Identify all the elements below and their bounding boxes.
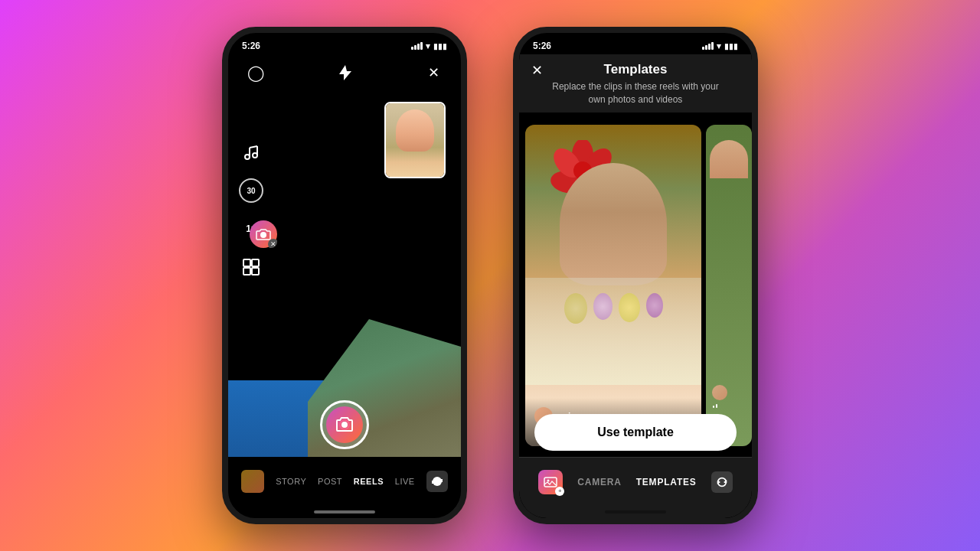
side-tools: 30 1× ✕ — [239, 140, 266, 321]
shutter-wrapper — [320, 400, 369, 449]
nav-live[interactable]: LIVE — [395, 477, 415, 486]
shutter-icon — [335, 416, 354, 434]
close-icon: ✕ — [428, 64, 439, 81]
home-indicator-2 — [605, 510, 666, 514]
reels-scroll: princess_peace princess_peace · Original… — [519, 125, 752, 446]
phone-2-screen: 5:26 ▾ ▮▮▮ ✕ Templates Replace the clips… — [519, 33, 752, 518]
effects-tool[interactable] — [239, 255, 263, 279]
grid-icon — [243, 259, 260, 276]
shutter-inner — [326, 406, 363, 443]
close-templates-button[interactable]: ✕ — [531, 62, 543, 79]
svg-rect-5 — [243, 259, 250, 266]
camera-icon — [256, 227, 271, 242]
gallery-close-badge: ✕ — [268, 239, 277, 248]
svg-line-4 — [250, 146, 257, 148]
timer-label: 30 — [247, 187, 255, 195]
music-tool[interactable] — [239, 140, 263, 165]
flip-icon-2 — [716, 476, 728, 488]
gallery-icon — [544, 475, 557, 489]
battery-icon-2: ▮▮▮ — [724, 42, 738, 51]
reel-card-main[interactable]: princess_peace princess_peace · Original… — [525, 125, 701, 446]
gallery-tool[interactable]: ✕ — [250, 220, 277, 248]
svg-rect-6 — [252, 259, 259, 266]
phone-1-screen: 5:26 ▾ ▮▮▮ ◯ — [228, 33, 461, 518]
phone-1: 5:26 ▾ ▮▮▮ ◯ — [222, 27, 467, 524]
flash-icon — [338, 64, 351, 82]
wifi-icon: ▾ — [426, 41, 430, 51]
time-1: 5:26 — [242, 41, 260, 51]
music-icon — [243, 145, 259, 160]
bottom-nav-1: STORY POST REELS LIVE — [228, 457, 461, 518]
camera-toolbar: ◯ ✕ — [228, 54, 461, 91]
svg-rect-21 — [713, 406, 714, 408]
nav-reels[interactable]: REELS — [354, 477, 384, 486]
svg-rect-23 — [544, 478, 557, 487]
use-template-button[interactable]: Use template — [534, 414, 737, 451]
side-audio-icon — [712, 403, 718, 409]
timer-tool[interactable]: 30 — [239, 178, 263, 203]
clothing — [525, 278, 701, 385]
reel-bg-side — [706, 125, 752, 446]
templates-subtitle: Replace the clips in these reels with yo… — [550, 80, 721, 106]
filter-icon: ◯ — [247, 64, 264, 82]
phone-2: 5:26 ▾ ▮▮▮ ✕ Templates Replace the clips… — [513, 27, 758, 524]
nav-avatar[interactable] — [241, 470, 264, 493]
signal-icon — [411, 42, 423, 50]
flip-camera-button[interactable] — [426, 471, 448, 492]
close-icon-2: ✕ — [531, 63, 543, 78]
templates-header: Templates Replace the clips in these ree… — [519, 54, 752, 112]
nav2-gallery-icon[interactable]: + — [538, 470, 563, 494]
notch-1 — [306, 33, 383, 51]
svg-point-24 — [547, 479, 550, 481]
flip-icon — [430, 474, 444, 488]
filter-button[interactable]: ◯ — [243, 60, 268, 85]
battery-icon: ▮▮▮ — [433, 42, 447, 51]
wifi-icon-2: ▾ — [717, 41, 721, 51]
svg-rect-7 — [243, 268, 250, 275]
flash-button[interactable] — [332, 60, 357, 85]
templates-title: Templates — [550, 62, 721, 77]
nav2-templates[interactable]: TEMPLATES — [636, 477, 697, 487]
preview-thumbnail — [384, 102, 446, 178]
svg-point-10 — [341, 422, 348, 428]
bottom-nav-2: + CAMERA TEMPLATES — [519, 457, 752, 518]
svg-rect-8 — [252, 268, 259, 275]
nav2-plus-icon: + — [555, 487, 564, 496]
svg-rect-22 — [716, 404, 717, 408]
shutter-button[interactable] — [320, 400, 369, 449]
notch-2 — [597, 33, 674, 51]
status-icons-2: ▾ ▮▮▮ — [702, 41, 738, 51]
nav-post[interactable]: POST — [318, 477, 342, 486]
use-template-label: Use template — [597, 425, 674, 439]
signal-icon-2 — [702, 42, 714, 50]
svg-point-9 — [260, 232, 266, 238]
home-indicator-1 — [314, 510, 375, 514]
side-reel-info — [706, 379, 752, 416]
close-camera-button[interactable]: ✕ — [421, 60, 446, 85]
nav2-flip-button[interactable] — [711, 471, 733, 493]
reel-card-side[interactable] — [706, 125, 752, 446]
nav2-camera[interactable]: CAMERA — [577, 477, 621, 487]
time-2: 5:26 — [533, 41, 551, 51]
status-icons-1: ▾ ▮▮▮ — [411, 41, 447, 51]
nav-story[interactable]: STORY — [276, 477, 306, 486]
